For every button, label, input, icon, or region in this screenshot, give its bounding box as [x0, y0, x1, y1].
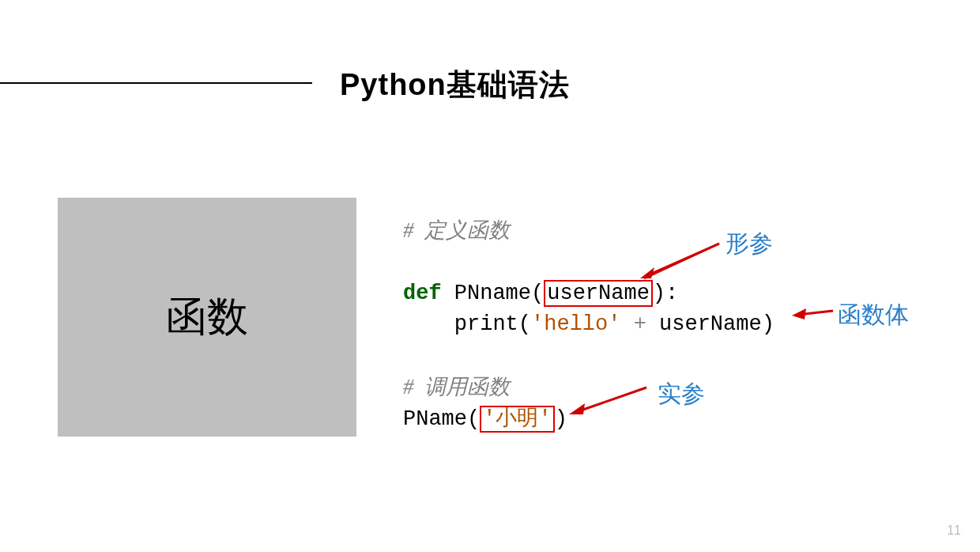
- actual-arg-box: '小明': [480, 406, 554, 433]
- code-print: print: [454, 312, 518, 336]
- arrow-function-body-icon: [792, 299, 839, 323]
- annotation-actual-param: 实参: [658, 378, 705, 410]
- code-op-plus: +: [620, 312, 659, 336]
- svg-line-3: [651, 244, 719, 274]
- annotation-function-body: 函数体: [838, 299, 909, 331]
- arrow-actual-param-icon: [567, 378, 654, 418]
- svg-line-6: [579, 388, 646, 411]
- code-func-call-name: PName: [403, 407, 467, 431]
- code-param: userName: [547, 282, 650, 305]
- formal-param-box: userName: [544, 280, 653, 307]
- code-string-hello: 'hello': [531, 312, 620, 336]
- slide-title: Python基础语法: [340, 65, 570, 105]
- code-comment-define: # 定义函数: [403, 218, 510, 242]
- svg-marker-5: [792, 308, 806, 319]
- svg-marker-7: [569, 403, 585, 414]
- header-rule: [0, 82, 312, 84]
- code-func-def-name: PNname: [454, 282, 531, 305]
- code-param-ref: userName: [659, 312, 762, 336]
- code-comment-call: # 调用函数: [403, 375, 510, 399]
- page-number: 11: [947, 524, 961, 538]
- arrow-formal-param-icon: [640, 229, 727, 285]
- annotation-formal-param: 形参: [726, 228, 773, 260]
- topic-label: 函数: [166, 289, 248, 345]
- code-keyword-def: def: [403, 282, 442, 305]
- topic-box: 函数: [58, 198, 356, 437]
- code-arg-value: '小明': [483, 407, 551, 431]
